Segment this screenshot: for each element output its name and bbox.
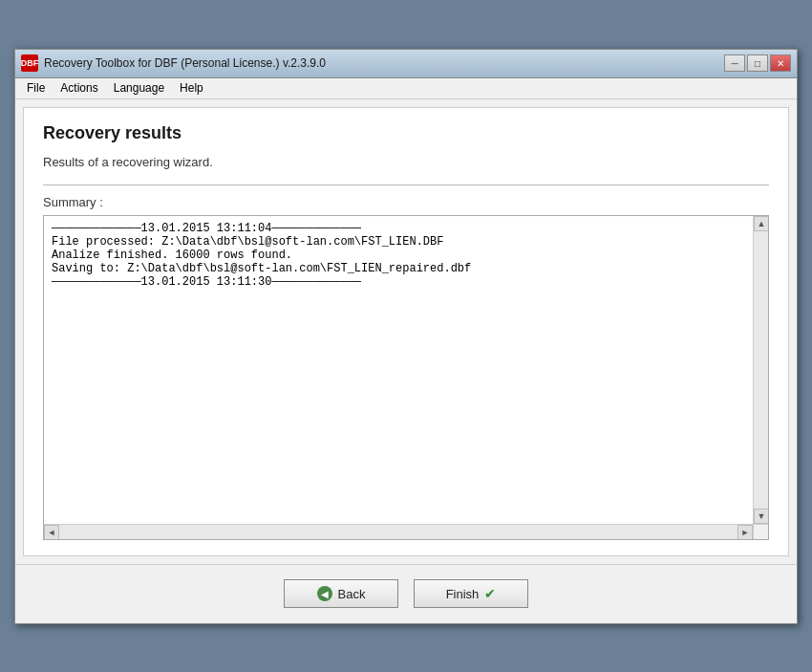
restore-button[interactable]: □ bbox=[747, 54, 768, 72]
scroll-track-h[interactable] bbox=[59, 525, 737, 539]
finish-button[interactable]: Finish ✔ bbox=[414, 579, 528, 608]
menu-help[interactable]: Help bbox=[172, 79, 211, 97]
scroll-up-arrow[interactable]: ▲ bbox=[754, 216, 769, 231]
summary-label: Summary : bbox=[43, 195, 769, 209]
page-title: Recovery results bbox=[43, 123, 769, 143]
horizontal-scrollbar[interactable]: ◄ ► bbox=[44, 524, 753, 539]
app-icon: DBF bbox=[21, 54, 38, 72]
window-title: Recovery Toolbox for DBF (Personal Licen… bbox=[44, 56, 326, 70]
menu-actions[interactable]: Actions bbox=[53, 79, 105, 97]
minimize-button[interactable]: ─ bbox=[724, 54, 745, 72]
finish-checkmark-icon: ✔ bbox=[484, 586, 496, 601]
scroll-right-arrow[interactable]: ► bbox=[737, 525, 753, 540]
scroll-down-arrow[interactable]: ▼ bbox=[754, 509, 769, 524]
back-label: Back bbox=[338, 587, 366, 601]
scroll-corner bbox=[753, 524, 768, 539]
close-button[interactable]: ✕ bbox=[770, 54, 791, 72]
log-textarea[interactable] bbox=[44, 216, 768, 539]
vertical-scrollbar[interactable]: ▲ ▼ bbox=[753, 216, 768, 524]
divider bbox=[43, 184, 769, 185]
title-bar-left: DBF Recovery Toolbox for DBF (Personal L… bbox=[21, 54, 326, 72]
menu-file[interactable]: File bbox=[19, 79, 53, 97]
back-icon: ◀ bbox=[317, 586, 332, 601]
menu-language[interactable]: Language bbox=[106, 79, 172, 97]
main-window: DBF Recovery Toolbox for DBF (Personal L… bbox=[14, 49, 798, 624]
scroll-track-v[interactable] bbox=[754, 231, 768, 509]
footer: ◀ Back Finish ✔ bbox=[15, 564, 797, 623]
title-bar-controls: ─ □ ✕ bbox=[724, 54, 791, 72]
menu-bar: File Actions Language Help bbox=[15, 78, 797, 99]
title-bar: DBF Recovery Toolbox for DBF (Personal L… bbox=[15, 50, 797, 78]
log-container: ▲ ▼ ◄ ► bbox=[43, 215, 769, 540]
back-button[interactable]: ◀ Back bbox=[284, 579, 398, 608]
main-content-area: Recovery results Results of a recovering… bbox=[23, 107, 789, 556]
page-subtitle: Results of a recovering wizard. bbox=[43, 155, 769, 169]
scroll-left-arrow[interactable]: ◄ bbox=[44, 525, 59, 540]
finish-label: Finish bbox=[446, 587, 480, 601]
